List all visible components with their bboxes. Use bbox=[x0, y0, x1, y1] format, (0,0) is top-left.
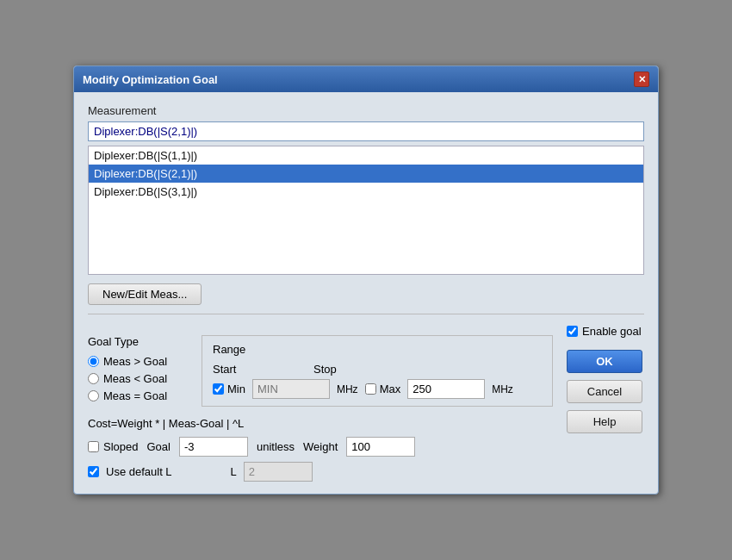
radio-meas-equal-label: Meas = Goal bbox=[103, 389, 167, 402]
measurement-input[interactable] bbox=[88, 121, 644, 141]
range-header: Start Stop bbox=[213, 363, 542, 376]
goal-label: Goal bbox=[146, 440, 170, 453]
cancel-button[interactable]: Cancel bbox=[567, 380, 642, 403]
new-edit-meas-button[interactable]: New/Edit Meas... bbox=[88, 283, 202, 305]
cost-formula: Cost=Weight * | Meas-Goal | ^L bbox=[88, 417, 553, 430]
goal-unit: unitless bbox=[257, 440, 295, 453]
sloped-label: Sloped bbox=[103, 440, 138, 453]
close-button[interactable]: ✕ bbox=[634, 72, 649, 87]
radio-meas-equal[interactable] bbox=[88, 390, 99, 401]
ok-button[interactable]: OK bbox=[567, 350, 642, 373]
help-button[interactable]: Help bbox=[567, 410, 642, 433]
goal-type-meas-less: Meas < Goal bbox=[88, 372, 191, 385]
l-label: L bbox=[231, 465, 237, 478]
radio-meas-less-label: Meas < Goal bbox=[103, 372, 167, 385]
bottom-half: Goal Type Meas > Goal Meas < Goal Meas =… bbox=[88, 323, 644, 482]
l-input bbox=[244, 462, 313, 482]
range-start-header: Start bbox=[213, 363, 295, 376]
dialog-body: Measurement Diplexer:DB(|S(1,1)|) Diplex… bbox=[74, 92, 658, 494]
range-label: Range bbox=[213, 343, 542, 356]
stop-input[interactable] bbox=[407, 379, 485, 399]
weight-input[interactable] bbox=[346, 437, 415, 457]
min-check-label: Min bbox=[213, 383, 245, 395]
goal-type-meas-greater: Meas > Goal bbox=[88, 355, 191, 368]
max-checkbox[interactable] bbox=[365, 383, 376, 395]
radio-meas-greater[interactable] bbox=[88, 356, 99, 367]
modify-optimization-dialog: Modify Optimization Goal ✕ Measurement D… bbox=[73, 65, 659, 495]
weight-label: Weight bbox=[303, 440, 338, 453]
measurement-label: Measurement bbox=[88, 104, 644, 117]
radio-meas-less[interactable] bbox=[88, 373, 99, 384]
list-item-selected[interactable]: Diplexer:DB(|S(2,1)|) bbox=[89, 165, 643, 183]
goal-input[interactable] bbox=[179, 437, 248, 457]
right-buttons: Enable goal OK Cancel Help bbox=[567, 323, 644, 482]
max-check-label: Max bbox=[365, 383, 401, 395]
use-default-l-checkbox[interactable] bbox=[88, 466, 99, 477]
range-inputs-row: Min MHz Max MHz bbox=[213, 379, 542, 399]
use-default-l-label: Use default L bbox=[106, 465, 172, 478]
list-item[interactable]: Diplexer:DB(|S(1,1)|) bbox=[89, 146, 643, 165]
goal-type-meas-equal: Meas = Goal bbox=[88, 389, 191, 402]
cost-section: Cost=Weight * | Meas-Goal | ^L Sloped Go… bbox=[88, 417, 553, 482]
goal-type-box: Goal Type Meas > Goal Meas < Goal Meas =… bbox=[88, 335, 191, 407]
radio-meas-greater-label: Meas > Goal bbox=[103, 355, 167, 368]
enable-goal-label: Enable goal bbox=[582, 325, 642, 338]
list-item[interactable]: Diplexer:DB(|S(3,1)|) bbox=[89, 183, 643, 201]
sloped-row: Sloped bbox=[88, 440, 138, 453]
measurement-list: Diplexer:DB(|S(1,1)|) Diplexer:DB(|S(2,1… bbox=[88, 146, 644, 275]
start-label: Start bbox=[213, 363, 236, 376]
goal-type-label: Goal Type bbox=[88, 335, 191, 348]
lower-section: Goal Type Meas > Goal Meas < Goal Meas =… bbox=[88, 335, 553, 407]
cost-main-row: Sloped Goal unitless Weight bbox=[88, 437, 553, 457]
start-input[interactable] bbox=[252, 379, 330, 399]
title-bar: Modify Optimization Goal ✕ bbox=[74, 66, 658, 92]
enable-goal-row: Enable goal bbox=[567, 325, 644, 338]
max-label: Max bbox=[380, 383, 401, 395]
sloped-checkbox[interactable] bbox=[88, 441, 99, 452]
start-mhz: MHz bbox=[337, 383, 358, 395]
stop-mhz: MHz bbox=[492, 383, 513, 395]
dialog-title: Modify Optimization Goal bbox=[83, 73, 218, 86]
enable-goal-checkbox[interactable] bbox=[567, 326, 578, 337]
bottom-left: Goal Type Meas > Goal Meas < Goal Meas =… bbox=[88, 323, 553, 482]
min-checkbox[interactable] bbox=[213, 383, 224, 395]
range-stop-header: Stop bbox=[313, 363, 337, 376]
stop-label: Stop bbox=[313, 363, 337, 376]
default-l-row: Use default L L bbox=[88, 462, 553, 482]
min-label: Min bbox=[227, 383, 245, 395]
range-box: Range Start Stop Min bbox=[202, 335, 553, 407]
